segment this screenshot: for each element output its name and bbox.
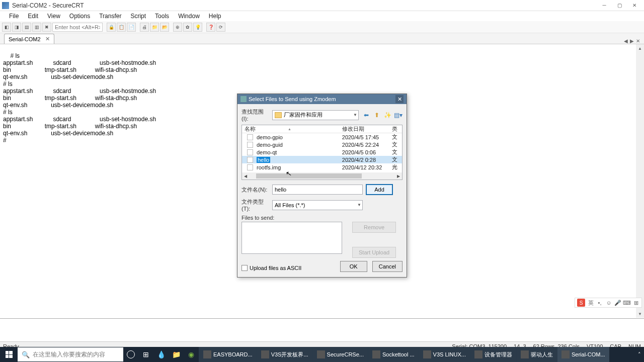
task-app[interactable]: V3S LINUX...	[419, 347, 470, 362]
tab-serial-com2[interactable]: Serial-COM2 ✕	[4, 34, 54, 44]
tb-icon-12[interactable]: ⊕	[173, 23, 182, 32]
dialog-close-button[interactable]: ✕	[395, 95, 404, 103]
file-list-header[interactable]: 名称 ▲ 修改日期 类	[242, 125, 402, 133]
files-to-send-list[interactable]	[242, 222, 342, 254]
browser-icon[interactable]: ◉	[184, 347, 199, 362]
file-date: 2020/4/5 22:24	[342, 142, 392, 148]
explorer-icon[interactable]: 📁	[169, 347, 184, 362]
hscroll-thumb[interactable]	[256, 173, 362, 178]
maximize-button[interactable]: ▢	[612, 1, 627, 11]
ime-punct[interactable]: •,	[596, 299, 603, 306]
scroll-up-icon[interactable]: ▲	[638, 44, 642, 52]
taskview-icon[interactable]: ⊞	[138, 347, 153, 362]
task-app[interactable]: EASYBOARD...	[199, 347, 257, 362]
app-icon-1[interactable]: 💧	[153, 347, 169, 362]
window-title: Serial-COM2 - SecureCRT	[12, 2, 84, 9]
tb-icon-6[interactable]: 🔒	[107, 23, 116, 32]
system-tray[interactable]: ˄	[635, 351, 644, 358]
task-app[interactable]: 驱动人生	[516, 347, 557, 362]
tb-icon-8[interactable]: 📄	[127, 23, 136, 32]
menu-tools[interactable]: Tools	[151, 12, 173, 21]
file-icon	[247, 149, 253, 155]
cortana-icon[interactable]	[123, 347, 138, 362]
col-type[interactable]: 类	[392, 125, 402, 133]
tb-icon-10[interactable]: 📁	[150, 23, 159, 32]
file-date: 2020/4/2 0:28	[342, 157, 392, 163]
nav-views-icon[interactable]: ▤▾	[393, 111, 403, 120]
menu-script[interactable]: Script	[126, 12, 150, 21]
taskbar-search[interactable]: 🔍 在这里输入你要搜索的内容	[18, 347, 123, 361]
filetype-dropdown[interactable]: All Files (*.*) ▼	[272, 200, 363, 210]
col-name[interactable]: 名称	[245, 125, 256, 133]
add-button[interactable]: Add	[366, 184, 393, 195]
filetype-label: 文件类型(T):	[242, 198, 269, 212]
ime-icon[interactable]: S	[577, 299, 585, 307]
file-date: 2020/4/5 17:45	[342, 134, 392, 140]
ime-lang[interactable]: 英	[587, 299, 594, 306]
file-list-hscroll[interactable]: ◀ ▶	[242, 172, 402, 179]
file-type: 文	[392, 141, 402, 148]
tab-nav-left[interactable]: ◀	[624, 38, 628, 44]
file-row[interactable]: demo-guid2020/4/5 22:24文	[242, 141, 402, 148]
task-app[interactable]: Serial-COM...	[557, 347, 609, 362]
tb-icon-13[interactable]: ✿	[183, 23, 192, 32]
hscroll-left-icon[interactable]: ◀	[242, 174, 249, 178]
file-row[interactable]: demo-gpio2020/4/5 17:45文	[242, 133, 402, 141]
tab-nav-right[interactable]: ▶	[630, 38, 634, 44]
tb-icon-7[interactable]: 📋	[117, 23, 126, 32]
menu-transfer[interactable]: Transfer	[95, 12, 125, 21]
nav-back-icon[interactable]: ⬅	[362, 111, 371, 120]
tb-icon-3[interactable]: ▤	[22, 23, 31, 32]
nav-up-icon[interactable]: ⬆	[372, 111, 381, 120]
task-app[interactable]: SecureCRSe...	[312, 347, 368, 362]
tb-icon-15[interactable]: ❓	[206, 23, 215, 32]
tab-close-icon[interactable]: ✕	[45, 36, 50, 42]
dialog-titlebar[interactable]: Select Files to Send using Zmodem ✕	[237, 94, 407, 104]
file-type: 文	[392, 156, 402, 163]
minimize-button[interactable]: ─	[597, 1, 612, 11]
start-button[interactable]	[0, 347, 18, 362]
tb-icon-9[interactable]: 🖨	[140, 23, 149, 32]
ascii-checkbox[interactable]	[242, 265, 248, 271]
tb-icon-14[interactable]: 💡	[193, 23, 202, 32]
start-upload-button: Start Upload	[352, 247, 396, 258]
filename-input[interactable]	[272, 185, 363, 195]
task-app[interactable]: Sockettool ...	[368, 347, 419, 362]
tray-expand-icon[interactable]: ˄	[638, 351, 641, 358]
ime-settings-icon[interactable]: ⊞	[632, 299, 639, 306]
file-list[interactable]: 名称 ▲ 修改日期 类 demo-gpio2020/4/5 17:45文demo…	[242, 125, 403, 180]
menu-window[interactable]: Window	[174, 12, 204, 21]
menu-help[interactable]: Help	[205, 12, 225, 21]
file-icon	[247, 134, 253, 140]
tb-icon-5[interactable]: ✖	[42, 23, 51, 32]
terminal-scrollbar[interactable]: ▲ ▼	[636, 44, 644, 318]
tb-icon-2[interactable]: ◨	[12, 23, 21, 32]
tb-icon-16[interactable]: ⟳	[216, 23, 225, 32]
hscroll-right-icon[interactable]: ▶	[395, 174, 402, 178]
task-app[interactable]: 设备管理器	[470, 347, 516, 362]
ime-keyboard-icon[interactable]: ⌨	[623, 299, 630, 306]
tb-icon-4[interactable]: ▥	[32, 23, 41, 32]
ok-button[interactable]: OK	[340, 261, 367, 272]
menu-options[interactable]: Options	[65, 12, 94, 21]
host-input[interactable]	[52, 23, 103, 32]
ime-emoji-icon[interactable]: ☺	[605, 299, 612, 306]
tab-nav-close[interactable]: ✕	[636, 38, 640, 44]
file-row[interactable]: hello2020/4/2 0:28文	[242, 156, 402, 163]
nav-newfolder-icon[interactable]: ✨	[383, 111, 392, 120]
tb-icon-11[interactable]: 📂	[160, 23, 169, 32]
close-button[interactable]: ✕	[627, 1, 642, 11]
tb-icon-1[interactable]: ◧	[2, 23, 11, 32]
task-app[interactable]: V3S开发板界...	[257, 347, 312, 362]
file-row[interactable]: rootfs.img2020/4/12 20:32光	[242, 163, 402, 171]
file-row[interactable]: demo-qt2020/4/5 0:06文	[242, 148, 402, 156]
ime-mic-icon[interactable]: 🎤	[614, 299, 621, 306]
menu-edit[interactable]: Edit	[24, 12, 42, 21]
lookin-dropdown[interactable]: 厂家固件和应用 ▼	[272, 110, 359, 120]
menu-file[interactable]: File	[5, 12, 23, 21]
scroll-down-icon[interactable]: ▼	[638, 310, 642, 318]
menu-view[interactable]: View	[43, 12, 64, 21]
col-date[interactable]: 修改日期	[342, 125, 392, 133]
tab-label: Serial-COM2	[9, 36, 41, 42]
cancel-button[interactable]: Cancel	[372, 261, 403, 272]
